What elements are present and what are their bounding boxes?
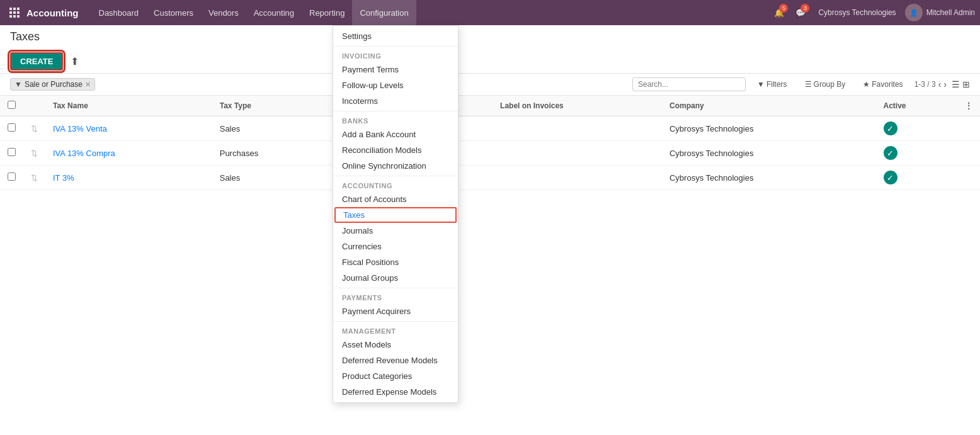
col-extra[interactable]: ⋮ bbox=[957, 96, 980, 116]
product-categories-item[interactable]: Product Categories bbox=[333, 368, 458, 384]
row-tax-name-1: IVA 13% Compra bbox=[45, 141, 212, 166]
pagination-label: 1-3 / 3 bbox=[914, 80, 936, 89]
grid-view-button[interactable]: ⊞ bbox=[962, 79, 970, 89]
svg-rect-1 bbox=[13, 8, 16, 10]
active-checkmark-2: ✓ bbox=[884, 171, 897, 184]
deferred-expense-models-item[interactable]: Deferred Expense Models bbox=[333, 384, 458, 400]
asset-models-item[interactable]: Asset Models bbox=[333, 337, 458, 353]
chat-count: 3 bbox=[801, 4, 809, 13]
col-drag bbox=[23, 96, 45, 116]
divider-2 bbox=[333, 111, 458, 111]
followup-levels-item[interactable]: Follow-up Levels bbox=[333, 77, 458, 93]
filter-bar: ▼ Sale or Purchase ✕ ▼ Filters ☰ Group B… bbox=[0, 74, 980, 96]
filter-remove-icon[interactable]: ✕ bbox=[85, 81, 91, 89]
section-management: Management bbox=[333, 324, 458, 337]
filter-tag-label: Sale or Purchase bbox=[25, 80, 83, 89]
configuration-dropdown: Settings Invoicing Payment Terms Follow-… bbox=[333, 25, 459, 403]
col-company: Company bbox=[662, 96, 876, 116]
divider-4 bbox=[333, 288, 458, 288]
group-by-button[interactable]: ☰ Group By bbox=[799, 78, 852, 91]
svg-rect-0 bbox=[9, 8, 12, 10]
table-row[interactable]: ⇅ IVA 13% Compra Purchases Cybrosys Tech… bbox=[0, 141, 980, 166]
upload-button[interactable]: ⬆ bbox=[67, 53, 83, 70]
section-payments: Payments bbox=[333, 290, 458, 303]
row-label-invoice-0 bbox=[493, 116, 662, 141]
user-avatar[interactable]: 👤 bbox=[905, 4, 923, 21]
nav-accounting[interactable]: Accounting bbox=[246, 0, 302, 25]
avatar-icon: 👤 bbox=[909, 9, 918, 17]
prev-page-button[interactable]: ‹ bbox=[938, 79, 942, 89]
view-icons: ☰ ⊞ bbox=[952, 79, 970, 89]
nav-vendors[interactable]: Vendors bbox=[201, 0, 246, 25]
table-row[interactable]: ⇅ IT 3% Sales Cybrosys Technologies ✓ bbox=[0, 166, 980, 190]
select-all-checkbox[interactable] bbox=[8, 101, 16, 109]
currencies-item[interactable]: Currencies bbox=[333, 239, 458, 254]
apps-icon[interactable] bbox=[5, 3, 24, 22]
search-input[interactable] bbox=[632, 77, 746, 91]
fiscal-positions-item[interactable]: Fiscal Positions bbox=[333, 254, 458, 270]
col-checkbox[interactable] bbox=[0, 96, 23, 116]
svg-rect-6 bbox=[9, 15, 12, 18]
journals-item[interactable]: Journals bbox=[333, 223, 458, 239]
pagination: 1-3 / 3 ‹ › bbox=[914, 79, 947, 89]
filter-funnel-icon: ▼ bbox=[14, 80, 22, 89]
reconciliation-models-item[interactable]: Reconciliation Models bbox=[333, 142, 458, 158]
taxes-item[interactable]: Taxes bbox=[334, 207, 457, 223]
section-invoicing: Invoicing bbox=[333, 48, 458, 62]
active-checkmark-1: ✓ bbox=[884, 146, 897, 160]
journal-groups-item[interactable]: Journal Groups bbox=[333, 270, 458, 286]
nav-customers[interactable]: Customers bbox=[146, 0, 201, 25]
payment-terms-item[interactable]: Payment Terms bbox=[333, 62, 458, 77]
upload-icon: ⬆ bbox=[71, 56, 79, 67]
svg-rect-5 bbox=[17, 11, 20, 14]
online-synchronization-item[interactable]: Online Synchronization bbox=[333, 158, 458, 174]
row-checkbox-1[interactable] bbox=[0, 141, 23, 166]
row-checkbox-0[interactable] bbox=[0, 116, 23, 141]
nav-right: 🔔 5 💬 3 Cybrosys Technologies 👤 Mitchell… bbox=[770, 4, 975, 21]
nav-reporting[interactable]: Reporting bbox=[302, 0, 352, 25]
list-view-button[interactable]: ☰ bbox=[952, 79, 960, 89]
payment-acquirers-item[interactable]: Payment Acquirers bbox=[333, 303, 458, 319]
settings-item[interactable]: Settings bbox=[333, 28, 458, 44]
company-name: Cybrosys Technologies bbox=[818, 8, 896, 17]
row-active-0: ✓ bbox=[876, 116, 957, 141]
col-tax-type: Tax Type bbox=[212, 96, 328, 116]
taxes-table: Tax Name Tax Type Tax Computation Label … bbox=[0, 96, 980, 190]
add-bank-account-item[interactable]: Add a Bank Account bbox=[333, 127, 458, 142]
star-icon: ★ bbox=[863, 80, 870, 89]
filters-button[interactable]: ▼ Filters bbox=[751, 78, 794, 91]
row-checkbox-2[interactable] bbox=[0, 166, 23, 190]
app-name: Accounting bbox=[26, 8, 79, 18]
incoterms-item[interactable]: Incoterms bbox=[333, 93, 458, 109]
create-button[interactable]: CREATE bbox=[10, 52, 63, 71]
divider-3 bbox=[333, 176, 458, 176]
row-company-1: Cybrosys Technologies bbox=[662, 141, 876, 166]
svg-rect-8 bbox=[17, 15, 20, 18]
filter-tag-sale-or-purchase: ▼ Sale or Purchase ✕ bbox=[10, 78, 95, 91]
col-tax-name: Tax Name bbox=[45, 96, 212, 116]
row-label-invoice-2 bbox=[493, 166, 662, 190]
row-tax-type-2: Sales bbox=[212, 166, 328, 190]
svg-rect-2 bbox=[17, 8, 20, 10]
page-title: Taxes bbox=[10, 30, 970, 43]
table-row[interactable]: ⇅ IVA 13% Venta Sales Cybrosys Technolog… bbox=[0, 116, 980, 141]
col-label-invoices: Label on Invoices bbox=[493, 96, 662, 116]
deferred-revenue-models-item[interactable]: Deferred Revenue Models bbox=[333, 353, 458, 368]
chart-of-accounts-item[interactable]: Chart of Accounts bbox=[333, 191, 458, 207]
section-accounting: Accounting bbox=[333, 178, 458, 191]
chat-badge[interactable]: 💬 3 bbox=[792, 4, 809, 21]
user-name[interactable]: Mitchell Admin bbox=[926, 8, 975, 17]
divider-5 bbox=[333, 321, 458, 322]
svg-rect-3 bbox=[9, 11, 12, 14]
svg-rect-4 bbox=[13, 11, 16, 14]
row-company-2: Cybrosys Technologies bbox=[662, 166, 876, 190]
main-content: Taxes CREATE ⬆ ▼ Sale or Purchase ✕ ▼ Fi… bbox=[0, 25, 980, 435]
row-tax-type-1: Purchases bbox=[212, 141, 328, 166]
groupby-icon: ☰ bbox=[805, 80, 812, 89]
favorites-button[interactable]: ★ Favorites bbox=[857, 78, 909, 91]
nav-dashboard[interactable]: Dashboard bbox=[91, 0, 147, 25]
nav-configuration[interactable]: Configuration bbox=[352, 0, 416, 25]
notification-bell[interactable]: 🔔 5 bbox=[770, 4, 788, 21]
next-page-button[interactable]: › bbox=[943, 79, 947, 89]
row-tax-name-2: IT 3% bbox=[45, 166, 212, 190]
